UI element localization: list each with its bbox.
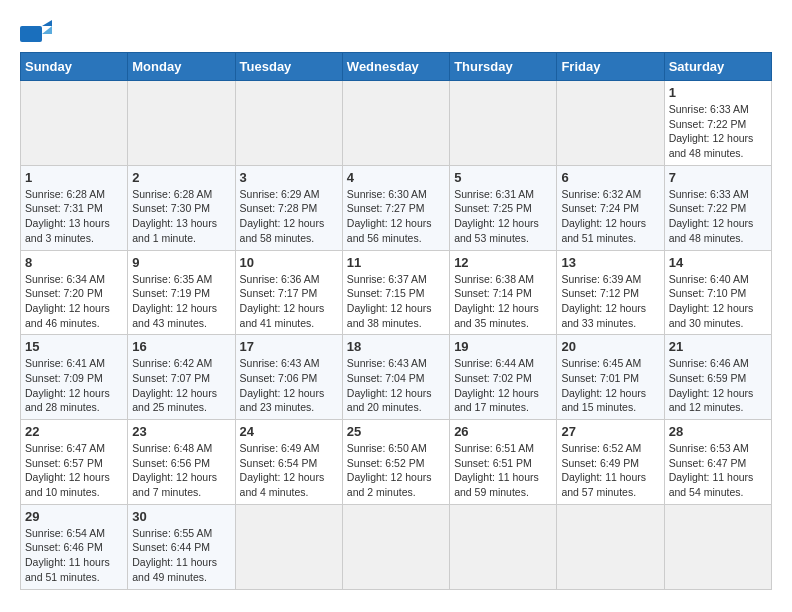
calendar-cell: 13 Sunrise: 6:39 AM Sunset: 7:12 PM Dayl… <box>557 250 664 335</box>
sunrise-label: Sunrise: 6:40 AM <box>669 273 749 285</box>
calendar-cell: 3 Sunrise: 6:29 AM Sunset: 7:28 PM Dayli… <box>235 165 342 250</box>
calendar-cell: 6 Sunrise: 6:32 AM Sunset: 7:24 PM Dayli… <box>557 165 664 250</box>
day-info: Sunrise: 6:39 AM Sunset: 7:12 PM Dayligh… <box>561 272 659 331</box>
sunset-label: Sunset: 7:17 PM <box>240 287 318 299</box>
sunrise-label: Sunrise: 6:52 AM <box>561 442 641 454</box>
calendar-cell <box>450 81 557 166</box>
day-info: Sunrise: 6:50 AM Sunset: 6:52 PM Dayligh… <box>347 441 445 500</box>
calendar-header: SundayMondayTuesdayWednesdayThursdayFrid… <box>21 53 772 81</box>
day-header-thursday: Thursday <box>450 53 557 81</box>
page-header <box>20 20 772 42</box>
daylight-label: Daylight: 13 hours and 1 minute. <box>132 217 217 244</box>
sunrise-label: Sunrise: 6:37 AM <box>347 273 427 285</box>
sunset-label: Sunset: 6:49 PM <box>561 457 639 469</box>
day-number: 8 <box>25 255 123 270</box>
daylight-label: Daylight: 11 hours and 59 minutes. <box>454 471 539 498</box>
day-info: Sunrise: 6:54 AM Sunset: 6:46 PM Dayligh… <box>25 526 123 585</box>
daylight-label: Daylight: 12 hours and 48 minutes. <box>669 217 754 244</box>
calendar-cell: 26 Sunrise: 6:51 AM Sunset: 6:51 PM Dayl… <box>450 420 557 505</box>
day-number: 9 <box>132 255 230 270</box>
sunset-label: Sunset: 6:46 PM <box>25 541 103 553</box>
calendar-cell <box>235 504 342 589</box>
daylight-label: Daylight: 12 hours and 2 minutes. <box>347 471 432 498</box>
day-info: Sunrise: 6:29 AM Sunset: 7:28 PM Dayligh… <box>240 187 338 246</box>
sunrise-label: Sunrise: 6:29 AM <box>240 188 320 200</box>
sunrise-label: Sunrise: 6:34 AM <box>25 273 105 285</box>
sunset-label: Sunset: 7:31 PM <box>25 202 103 214</box>
daylight-label: Daylight: 12 hours and 46 minutes. <box>25 302 110 329</box>
day-number: 5 <box>454 170 552 185</box>
logo <box>20 20 56 42</box>
day-info: Sunrise: 6:28 AM Sunset: 7:31 PM Dayligh… <box>25 187 123 246</box>
day-number: 17 <box>240 339 338 354</box>
sunrise-label: Sunrise: 6:47 AM <box>25 442 105 454</box>
day-number: 3 <box>240 170 338 185</box>
calendar-cell: 15 Sunrise: 6:41 AM Sunset: 7:09 PM Dayl… <box>21 335 128 420</box>
day-number: 15 <box>25 339 123 354</box>
day-info: Sunrise: 6:33 AM Sunset: 7:22 PM Dayligh… <box>669 102 767 161</box>
daylight-label: Daylight: 12 hours and 43 minutes. <box>132 302 217 329</box>
sunset-label: Sunset: 6:59 PM <box>669 372 747 384</box>
calendar-cell: 1 Sunrise: 6:33 AM Sunset: 7:22 PM Dayli… <box>664 81 771 166</box>
logo-icon <box>20 20 52 42</box>
day-info: Sunrise: 6:45 AM Sunset: 7:01 PM Dayligh… <box>561 356 659 415</box>
day-number: 21 <box>669 339 767 354</box>
sunrise-label: Sunrise: 6:44 AM <box>454 357 534 369</box>
sunrise-label: Sunrise: 6:41 AM <box>25 357 105 369</box>
daylight-label: Daylight: 11 hours and 49 minutes. <box>132 556 217 583</box>
calendar-cell <box>557 504 664 589</box>
day-info: Sunrise: 6:35 AM Sunset: 7:19 PM Dayligh… <box>132 272 230 331</box>
sunrise-label: Sunrise: 6:43 AM <box>347 357 427 369</box>
day-number: 22 <box>25 424 123 439</box>
sunrise-label: Sunrise: 6:45 AM <box>561 357 641 369</box>
day-number: 4 <box>347 170 445 185</box>
calendar-cell: 17 Sunrise: 6:43 AM Sunset: 7:06 PM Dayl… <box>235 335 342 420</box>
day-info: Sunrise: 6:52 AM Sunset: 6:49 PM Dayligh… <box>561 441 659 500</box>
day-number: 16 <box>132 339 230 354</box>
day-info: Sunrise: 6:38 AM Sunset: 7:14 PM Dayligh… <box>454 272 552 331</box>
day-number: 13 <box>561 255 659 270</box>
calendar-cell: 8 Sunrise: 6:34 AM Sunset: 7:20 PM Dayli… <box>21 250 128 335</box>
day-info: Sunrise: 6:34 AM Sunset: 7:20 PM Dayligh… <box>25 272 123 331</box>
day-number: 6 <box>561 170 659 185</box>
sunrise-label: Sunrise: 6:36 AM <box>240 273 320 285</box>
daylight-label: Daylight: 11 hours and 51 minutes. <box>25 556 110 583</box>
svg-rect-0 <box>20 26 42 42</box>
day-info: Sunrise: 6:33 AM Sunset: 7:22 PM Dayligh… <box>669 187 767 246</box>
day-number: 7 <box>669 170 767 185</box>
sunset-label: Sunset: 6:44 PM <box>132 541 210 553</box>
daylight-label: Daylight: 12 hours and 25 minutes. <box>132 387 217 414</box>
sunrise-label: Sunrise: 6:55 AM <box>132 527 212 539</box>
sunset-label: Sunset: 6:47 PM <box>669 457 747 469</box>
sunset-label: Sunset: 7:20 PM <box>25 287 103 299</box>
sunset-label: Sunset: 7:02 PM <box>454 372 532 384</box>
day-number: 11 <box>347 255 445 270</box>
day-number: 28 <box>669 424 767 439</box>
calendar-cell: 30 Sunrise: 6:55 AM Sunset: 6:44 PM Dayl… <box>128 504 235 589</box>
calendar-cell: 18 Sunrise: 6:43 AM Sunset: 7:04 PM Dayl… <box>342 335 449 420</box>
day-info: Sunrise: 6:44 AM Sunset: 7:02 PM Dayligh… <box>454 356 552 415</box>
daylight-label: Daylight: 12 hours and 7 minutes. <box>132 471 217 498</box>
sunset-label: Sunset: 7:22 PM <box>669 118 747 130</box>
sunset-label: Sunset: 7:14 PM <box>454 287 532 299</box>
day-header-sunday: Sunday <box>21 53 128 81</box>
calendar-cell: 24 Sunrise: 6:49 AM Sunset: 6:54 PM Dayl… <box>235 420 342 505</box>
day-number: 23 <box>132 424 230 439</box>
day-info: Sunrise: 6:30 AM Sunset: 7:27 PM Dayligh… <box>347 187 445 246</box>
day-number: 18 <box>347 339 445 354</box>
calendar-week: 15 Sunrise: 6:41 AM Sunset: 7:09 PM Dayl… <box>21 335 772 420</box>
calendar-cell: 23 Sunrise: 6:48 AM Sunset: 6:56 PM Dayl… <box>128 420 235 505</box>
daylight-label: Daylight: 12 hours and 41 minutes. <box>240 302 325 329</box>
calendar-cell: 10 Sunrise: 6:36 AM Sunset: 7:17 PM Dayl… <box>235 250 342 335</box>
calendar-week: 22 Sunrise: 6:47 AM Sunset: 6:57 PM Dayl… <box>21 420 772 505</box>
sunrise-label: Sunrise: 6:42 AM <box>132 357 212 369</box>
sunrise-label: Sunrise: 6:46 AM <box>669 357 749 369</box>
daylight-label: Daylight: 12 hours and 12 minutes. <box>669 387 754 414</box>
sunset-label: Sunset: 7:06 PM <box>240 372 318 384</box>
sunset-label: Sunset: 6:57 PM <box>25 457 103 469</box>
sunset-label: Sunset: 7:22 PM <box>669 202 747 214</box>
sunset-label: Sunset: 7:25 PM <box>454 202 532 214</box>
day-number: 30 <box>132 509 230 524</box>
calendar-cell: 21 Sunrise: 6:46 AM Sunset: 6:59 PM Dayl… <box>664 335 771 420</box>
calendar-cell <box>664 504 771 589</box>
